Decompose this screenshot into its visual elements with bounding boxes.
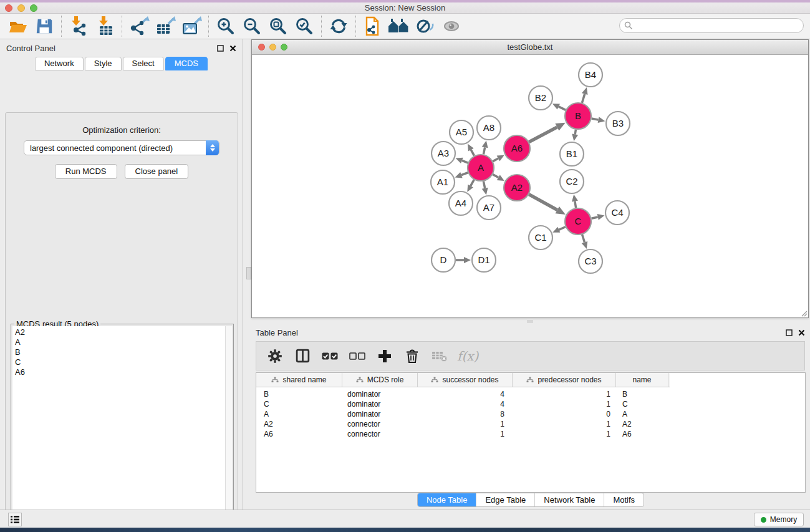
home-view-button[interactable] (386, 15, 412, 37)
graph-node-C4[interactable]: C4 (605, 201, 629, 225)
graphics-details-button[interactable] (412, 15, 438, 37)
result-list-item[interactable]: C (15, 357, 225, 367)
svg-text:A: A (478, 162, 484, 173)
graph-node-A5[interactable]: A5 (450, 120, 473, 144)
graph-node-B3[interactable]: B3 (606, 112, 630, 135)
add-column-button[interactable] (374, 345, 396, 367)
tab-network[interactable]: Network (35, 57, 84, 70)
graph-node-A3[interactable]: A3 (432, 142, 455, 165)
close-network-button[interactable] (258, 44, 265, 51)
duplicate-network-button[interactable] (360, 15, 386, 37)
close-panel-button[interactable]: Close panel (125, 164, 189, 179)
graph-node-C2[interactable]: C2 (560, 170, 584, 193)
graph-node-C3[interactable]: C3 (579, 249, 602, 273)
export-network-button[interactable] (126, 15, 152, 37)
network-window-titlebar[interactable]: testGlobe.txt (252, 40, 808, 55)
edge-C-C1 (559, 227, 565, 230)
graph-node-A1[interactable]: A1 (431, 170, 455, 194)
result-list-item[interactable]: A2 (15, 327, 225, 337)
import-network-button[interactable] (65, 15, 92, 37)
graph-node-B[interactable]: B (565, 103, 591, 129)
zoom-out-button[interactable] (239, 15, 265, 37)
bird-eye-button[interactable] (438, 15, 465, 37)
result-list-item[interactable]: A6 (15, 367, 225, 377)
graph-node-D[interactable]: D (432, 248, 455, 272)
delete-column-button[interactable] (401, 345, 423, 367)
graph-node-D1[interactable]: D1 (472, 248, 496, 272)
tab-network-table[interactable]: Network Table (534, 493, 604, 506)
function-builder-button: f(x) (457, 349, 478, 364)
minimize-window-button[interactable] (17, 4, 25, 12)
criterion-select[interactable]: largest connected component (directed) (24, 140, 219, 155)
zoom-window-button[interactable] (30, 4, 37, 12)
column-header-mcds_role[interactable]: MCDS role (342, 373, 418, 387)
deselect-all-button[interactable] (346, 345, 369, 367)
column-header-shared_name[interactable]: shared name (256, 373, 342, 387)
graph-node-B2[interactable]: B2 (529, 86, 552, 110)
close-panel-icon[interactable] (229, 45, 236, 52)
status-bar: Memory (0, 510, 810, 528)
table-row[interactable]: Cdominator41C (256, 399, 805, 409)
import-table-button[interactable] (92, 15, 118, 37)
graph-node-A8[interactable]: A8 (477, 116, 501, 140)
cell-predecessor_nodes: 1 (513, 419, 616, 429)
memory-status-icon (761, 517, 766, 523)
float-panel-icon[interactable] (217, 45, 224, 52)
zoom-selected-button[interactable] (291, 15, 317, 37)
graph-node-C1[interactable]: C1 (529, 226, 552, 249)
graph-node-B4[interactable]: B4 (579, 63, 602, 87)
tab-mcds[interactable]: MCDS (165, 57, 208, 70)
zoom-in-button[interactable] (213, 15, 239, 37)
hierarchy-icon (271, 377, 279, 383)
window-resize-grip[interactable] (799, 309, 808, 317)
zoom-network-button[interactable] (281, 44, 287, 51)
task-history-button[interactable] (8, 513, 22, 526)
save-session-button[interactable] (31, 15, 57, 37)
tab-select[interactable]: Select (123, 57, 164, 70)
close-window-button[interactable] (5, 4, 12, 12)
result-list-item[interactable]: A (15, 337, 225, 347)
graph-node-A6[interactable]: A6 (504, 135, 530, 162)
network-graph-canvas[interactable]: B4B2BB3A8A5A6A3B1AA1C2A2A4A7C4CC1C3DD1 (252, 55, 808, 317)
export-table-button[interactable] (152, 15, 178, 37)
arrowhead (572, 195, 578, 202)
result-list-scrollbar[interactable] (225, 326, 232, 532)
tab-motifs[interactable]: Motifs (604, 493, 644, 506)
column-header-predecessor_nodes[interactable]: predecessor nodes (513, 373, 616, 387)
cell-successor_nodes: 4 (418, 399, 513, 409)
column-label: successor nodes (442, 375, 498, 384)
graph-node-A7[interactable]: A7 (477, 196, 501, 220)
zoom-fit-button[interactable] (265, 15, 291, 37)
float-panel-icon[interactable] (786, 329, 793, 336)
run-mcds-button[interactable]: Run MCDS (55, 164, 117, 179)
svg-text:B3: B3 (612, 118, 624, 128)
open-session-button[interactable] (5, 15, 31, 37)
graph-node-C[interactable]: C (565, 208, 591, 235)
tab-node-table[interactable]: Node Table (418, 493, 476, 506)
cell-shared_name: B (256, 389, 342, 399)
column-header-name[interactable]: name (616, 373, 668, 387)
table-row[interactable]: A2connector11A2 (256, 419, 805, 429)
select-all-button[interactable] (319, 345, 341, 367)
table-row[interactable]: Bdominator41B (256, 389, 805, 399)
show-columns-button[interactable] (291, 345, 314, 367)
close-panel-icon[interactable] (798, 329, 805, 336)
tab-style[interactable]: Style (85, 57, 122, 70)
toolbar-separator (321, 16, 322, 37)
table-row[interactable]: Adominator80A (256, 409, 805, 419)
splitpane-divider-handle[interactable] (246, 267, 251, 279)
graph-node-A4[interactable]: A4 (449, 191, 473, 215)
export-image-button[interactable] (178, 15, 205, 37)
refresh-layout-button[interactable] (325, 15, 352, 37)
column-header-successor_nodes[interactable]: successor nodes (418, 373, 513, 387)
graph-node-A[interactable]: A (468, 155, 494, 181)
memory-button[interactable]: Memory (754, 513, 804, 526)
table-settings-button[interactable] (264, 345, 286, 367)
minimize-network-button[interactable] (269, 44, 276, 51)
tab-edge-table[interactable]: Edge Table (476, 493, 534, 506)
graph-node-B1[interactable]: B1 (560, 142, 584, 166)
search-input[interactable] (619, 18, 804, 33)
result-list-item[interactable]: B (15, 347, 225, 357)
graph-node-A2[interactable]: A2 (504, 175, 530, 201)
table-row[interactable]: A6connector11A6 (256, 429, 805, 439)
